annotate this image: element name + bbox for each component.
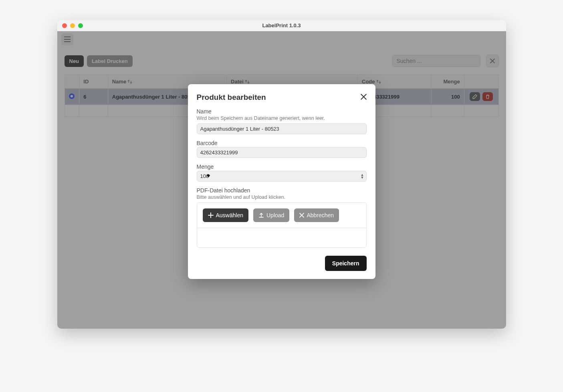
plus-icon <box>208 212 214 218</box>
cancel-upload-button[interactable]: Abbrechen <box>294 208 339 222</box>
upload-box: Auswählen Upload Abbrechen <box>197 202 367 248</box>
x-icon <box>299 213 304 218</box>
titlebar: LabelPrint 1.0.3 <box>57 20 506 31</box>
name-input[interactable] <box>197 123 367 134</box>
upload-dropzone[interactable] <box>197 228 366 247</box>
barcode-label: Barcode <box>197 140 367 146</box>
minimize-window-button[interactable] <box>70 23 75 28</box>
qty-stepper[interactable]: ▲▼ <box>361 174 364 179</box>
name-hint: Wird beim Speichern aus Dateiname generi… <box>197 115 367 121</box>
choose-file-button[interactable]: Auswählen <box>203 208 249 222</box>
modal-title: Produkt bearbeiten <box>197 93 266 102</box>
app-window: LabelPrint 1.0.3 Neu Label Drucken ID <box>57 20 506 329</box>
close-window-button[interactable] <box>62 23 67 28</box>
edit-product-modal: Produkt bearbeiten Name Wird beim Speich… <box>188 84 375 279</box>
traffic-lights <box>62 23 83 28</box>
upload-hint: Bitte auswählen und auf Upload klicken. <box>197 194 367 200</box>
barcode-input[interactable] <box>197 147 367 158</box>
save-button[interactable]: Speichern <box>325 256 367 271</box>
x-icon <box>361 94 367 100</box>
upload-label: PDF-Datei hochladen <box>197 187 367 194</box>
name-label: Name <box>197 108 367 115</box>
window-title: LabelPrint 1.0.3 <box>57 22 506 28</box>
upload-button-label: Upload <box>266 212 284 218</box>
cancel-upload-label: Abbrechen <box>307 212 334 218</box>
qty-label: Menge <box>197 164 367 170</box>
upload-icon <box>258 212 264 218</box>
upload-button[interactable]: Upload <box>253 208 289 222</box>
qty-input[interactable] <box>197 171 367 182</box>
maximize-window-button[interactable] <box>78 23 83 28</box>
choose-file-label: Auswählen <box>216 212 244 218</box>
modal-close-button[interactable] <box>361 94 367 101</box>
